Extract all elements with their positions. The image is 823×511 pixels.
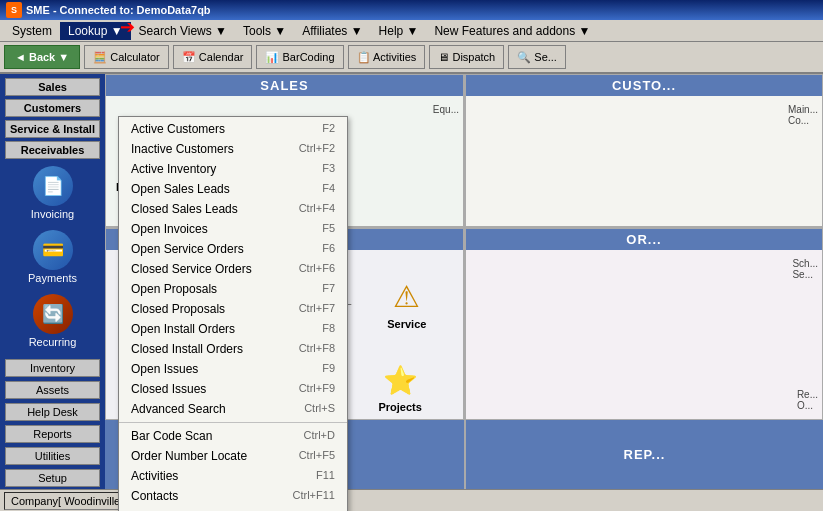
toolbar: ◄ Back ▼ 🧮 Calculator 📅 Calendar 📊 BarCo… (0, 42, 823, 74)
or-bottom-right-label: Re...O... (797, 389, 818, 411)
lookup-dropdown: Active CustomersF2 Inactive CustomersCtr… (118, 116, 348, 511)
sales-header: SALES (106, 75, 463, 96)
menu-tools[interactable]: Tools ▼ (235, 22, 294, 40)
sidebar-helpdesk[interactable]: Help Desk (5, 403, 100, 421)
recurring-icon: 🔄 (33, 294, 73, 334)
arrow-indicator: ➔ (120, 16, 135, 38)
payments-label: Payments (28, 272, 77, 284)
menu-closed-install-orders[interactable]: Closed Install OrdersCtrl+F8 (119, 339, 347, 359)
sidebar-customers[interactable]: Customers (5, 99, 100, 117)
custo-right-label: Main...Co... (788, 104, 818, 126)
menu-inactive-customers[interactable]: Inactive CustomersCtrl+F2 (119, 139, 347, 159)
menu-closed-service-orders[interactable]: Closed Service OrdersCtrl+F6 (119, 259, 347, 279)
menu-system[interactable]: System (4, 22, 60, 40)
search-button[interactable]: 🔍 Se... (508, 45, 566, 69)
menu-contacts[interactable]: ContactsCtrl+F11 (119, 486, 347, 506)
sidebar-assets[interactable]: Assets (5, 381, 100, 399)
menu-open-invoices[interactable]: Open InvoicesF5 (119, 219, 347, 239)
menu-help[interactable]: Help ▼ (371, 22, 427, 40)
menu-open-service-orders[interactable]: Open Service OrdersF6 (119, 239, 347, 259)
sidebar-setup[interactable]: Setup (5, 469, 100, 487)
menu-open-install-orders[interactable]: Open Install OrdersF8 (119, 319, 347, 339)
menu-active-inventory[interactable]: Active InventoryF3 (119, 159, 347, 179)
menu-search-views[interactable]: Search Views ▼ (131, 22, 235, 40)
sidebar-reports[interactable]: Reports (5, 425, 100, 443)
customers-header: CUSTO... (466, 75, 822, 96)
menu-affiliates[interactable]: Affiliates ▼ (294, 22, 370, 40)
menu-open-issues[interactable]: Open IssuesF9 (119, 359, 347, 379)
service-label: Service (387, 318, 426, 330)
menu-closed-sales-leads[interactable]: Closed Sales LeadsCtrl+F4 (119, 199, 347, 219)
menu-order-number-locate[interactable]: Order Number LocateCtrl+F5 (119, 446, 347, 466)
dispatch-button[interactable]: 🖥 Dispatch (429, 45, 504, 69)
service-item[interactable]: ⚠ Service (359, 279, 455, 330)
invoicing-icon: 📄 (33, 166, 73, 206)
sidebar-service-install[interactable]: Service & Install (5, 120, 100, 138)
sidebar-sales[interactable]: Sales (5, 78, 100, 96)
menu-active-customers[interactable]: Active CustomersF2 (119, 119, 347, 139)
or-header: OR... (466, 229, 822, 250)
menu-open-sales-leads[interactable]: Open Sales LeadsF4 (119, 179, 347, 199)
invoicing-label: Invoicing (31, 208, 74, 220)
left-sidebar: Sales Customers Service & Install Receiv… (0, 74, 105, 489)
sidebar-recurring[interactable]: 🔄 Recurring (5, 290, 100, 352)
or-quadrant: OR... Sch...Se... Re...O... (464, 227, 823, 419)
separator-1 (119, 422, 347, 423)
rep-label: REP... (624, 447, 666, 462)
assets-row-right: REP... (464, 420, 823, 489)
projects-icon: ⭐ (383, 364, 418, 397)
payments-icon: 💳 (33, 230, 73, 270)
menu-closed-proposals[interactable]: Closed ProposalsCtrl+F7 (119, 299, 347, 319)
title-text: SME - Connected to: DemoData7qb (26, 4, 211, 16)
projects-label: Projects (378, 401, 421, 413)
service-icon: ⚠ (393, 279, 420, 314)
sidebar-receivables[interactable]: Receivables (5, 141, 100, 159)
menu-closed-issues[interactable]: Closed IssuesCtrl+F9 (119, 379, 347, 399)
company-label: Company[ Woodinville ... (11, 495, 132, 507)
back-button[interactable]: ◄ Back ▼ (4, 45, 80, 69)
menu-bar-code-scan[interactable]: Bar Code ScanCtrl+D (119, 426, 347, 446)
menu-activities[interactable]: ActivitiesF11 (119, 466, 347, 486)
app-icon: S (6, 2, 22, 18)
sidebar-payments[interactable]: 💳 Payments (5, 226, 100, 288)
calculator-button[interactable]: 🧮 Calculator (84, 45, 169, 69)
projects-item[interactable]: ⭐ Projects (378, 364, 421, 413)
barcoding-button[interactable]: 📊 BarCoding (256, 45, 343, 69)
sidebar-invoicing[interactable]: 📄 Invoicing (5, 162, 100, 224)
sidebar-inventory[interactable]: Inventory (5, 359, 100, 377)
menu-new-features[interactable]: New Features and addons ▼ (426, 22, 598, 40)
menu-bar: ➔ System Lookup ▼ Search Views ▼ Tools ▼… (0, 20, 823, 42)
menu-open-proposals[interactable]: Open ProposalsF7 (119, 279, 347, 299)
or-right-label: Sch...Se... (792, 258, 818, 280)
sidebar-utilities[interactable]: Utilities (5, 447, 100, 465)
menu-help-desk[interactable]: Help DeskF12 (119, 506, 347, 511)
calendar-button[interactable]: 📅 Calendar (173, 45, 253, 69)
customers-quadrant: CUSTO... Main...Co... (464, 74, 823, 227)
sales-right-label: Equ... (433, 104, 459, 115)
recurring-label: Recurring (29, 336, 77, 348)
activities-button[interactable]: 📋 Activities (348, 45, 426, 69)
menu-advanced-search[interactable]: Advanced SearchCtrl+S (119, 399, 347, 419)
